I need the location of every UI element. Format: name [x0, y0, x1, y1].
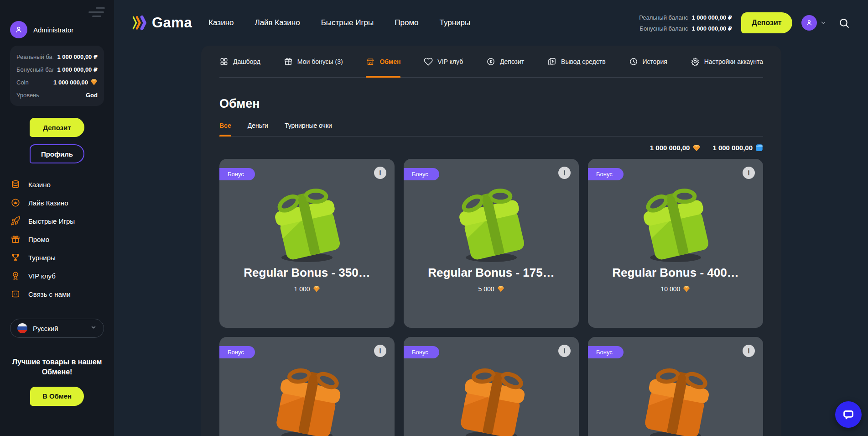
tab-label: Депозит: [500, 58, 524, 65]
language-selector[interactable]: Русский: [10, 319, 104, 338]
account-tabs: Дашборд Мои бонусы (3) Обмен VIP клуб Де…: [219, 46, 763, 78]
sidebar: Administrator Реальный ба… 1 000 000,00 …: [0, 0, 114, 436]
medal-icon: [10, 270, 21, 281]
balance-row-level: Уровень God: [16, 89, 98, 101]
sidebar-item-label: Связь с нами: [28, 290, 71, 298]
header-bonus-balance: Бонусный баланс 1 000 000,00 ₽: [639, 23, 732, 34]
bonus-card[interactable]: Бонус i: [588, 337, 763, 436]
bonus-card[interactable]: Бонус i: [588, 159, 763, 328]
tab-vip-club[interactable]: VIP клуб: [424, 46, 463, 77]
gift-icon: [10, 234, 21, 245]
sidebar-item-label: Промо: [28, 236, 49, 243]
gift-box-orange-image: [630, 356, 721, 436]
speech-bubble-icon: [842, 408, 855, 421]
balance-label: Уровень: [16, 92, 39, 99]
nav-item-tournaments[interactable]: Турниры: [440, 18, 471, 27]
bonus-card[interactable]: Бонус i: [219, 337, 395, 436]
bonus-card[interactable]: Бонус i: [404, 337, 579, 436]
gift-box-green-image: [261, 178, 353, 265]
shop-icon: [366, 57, 375, 66]
sidebar-promo-text: Лучшие товары в нашем Обмене!: [10, 357, 104, 378]
logo-chevrons-icon: [132, 15, 149, 31]
tab-deposit[interactable]: Депозит: [486, 46, 524, 77]
info-icon[interactable]: i: [743, 167, 755, 179]
balance-row-coin: Coin 1 000 000,00: [16, 76, 98, 89]
avatar: [801, 15, 817, 31]
avatar: [10, 21, 27, 38]
price-value: 1 000: [294, 285, 310, 293]
to-exchange-button[interactable]: В Обмен: [30, 387, 84, 406]
header-real-balance: Реальный баланс 1 000 000,00 ₽: [639, 12, 732, 23]
tab-exchange[interactable]: Обмен: [366, 46, 400, 77]
balance-value: 1 000 000,00 ₽: [691, 14, 732, 21]
app: Administrator Реальный ба… 1 000 000,00 …: [0, 0, 868, 436]
bonus-title: Regular Bonus - 400…: [588, 266, 763, 280]
sidebar-item-live-casino[interactable]: Лайв Казино: [10, 195, 104, 210]
filter-all[interactable]: Все: [219, 122, 231, 136]
tab-dashboard[interactable]: Дашборд: [219, 46, 260, 77]
rocket-icon: [10, 215, 21, 226]
tab-account-settings[interactable]: Настройки аккаунта: [691, 46, 763, 77]
language-label: Русский: [33, 325, 58, 332]
withdraw-icon: [547, 57, 556, 66]
sidebar-item-contact[interactable]: Связь с нами: [10, 287, 104, 301]
info-icon[interactable]: i: [558, 167, 571, 179]
header-right: Реальный баланс 1 000 000,00 ₽ Бонусный …: [639, 12, 850, 34]
bonus-badge: Бонус: [404, 168, 439, 180]
gem-orange-icon: [692, 144, 701, 152]
sidebar-item-fast-games[interactable]: Быстрые Игры: [10, 214, 104, 228]
nav-item-casino[interactable]: Казино: [208, 18, 234, 27]
balance-label: Реальный ба…: [16, 53, 53, 60]
balance-card: Реальный ба… 1 000 000,00 ₽ Бонусный бал…: [10, 46, 104, 106]
nav-item-fast-games[interactable]: Быстрые Игры: [321, 18, 374, 27]
info-icon[interactable]: i: [558, 345, 571, 357]
info-icon[interactable]: i: [743, 345, 755, 357]
trophy-icon: [10, 252, 21, 263]
balance-row-bonus: Бонусный бал… 1 000 000,00 ₽: [16, 63, 98, 76]
bonus-card-grid: Бонус i: [219, 159, 763, 436]
points-balance-value: 1 000 000,00: [712, 144, 753, 152]
tab-withdraw[interactable]: Вывод средств: [547, 46, 606, 77]
heart-icon: [424, 57, 433, 66]
filter-money[interactable]: Деньги: [248, 122, 268, 136]
chat-icon: [10, 289, 21, 299]
account-menu[interactable]: [801, 15, 826, 31]
filter-tournament-points[interactable]: Турнирные очки: [285, 122, 332, 136]
user-icon: [14, 25, 23, 34]
deposit-button[interactable]: Депозит: [30, 118, 84, 137]
bonus-badge: Бонус: [219, 168, 255, 180]
info-icon[interactable]: i: [374, 345, 386, 357]
sidebar-profile[interactable]: Administrator: [10, 21, 104, 38]
nav-item-promo[interactable]: Промо: [395, 18, 418, 27]
menu-toggle-icon[interactable]: [88, 7, 105, 17]
sidebar-item-label: Казино: [28, 181, 51, 189]
brand-name: Gama: [152, 15, 192, 31]
balance-label: Бонусный баланс: [639, 25, 688, 32]
search-icon[interactable]: [838, 17, 850, 29]
sidebar-item-casino[interactable]: Казино: [10, 177, 104, 192]
nav-item-live-casino[interactable]: Лайв Казино: [255, 18, 300, 27]
sidebar-item-promo[interactable]: Промо: [10, 232, 104, 247]
bonus-badge: Бонус: [588, 168, 624, 180]
brand-logo[interactable]: Gama: [132, 15, 192, 31]
balance-value: God: [86, 92, 98, 99]
gift-box-orange-image: [446, 356, 537, 436]
gift-box-orange-image: [261, 356, 353, 436]
sidebar-item-label: Быстрые Игры: [28, 217, 75, 225]
tab-my-bonuses[interactable]: Мои бонусы (3): [284, 46, 343, 77]
account-panel: Дашборд Мои бонусы (3) Обмен VIP клуб Де…: [201, 46, 781, 436]
profile-button[interactable]: Профиль: [30, 144, 84, 163]
bonus-price: 5 000: [404, 285, 579, 293]
sidebar-item-vip-club[interactable]: VIP клуб: [10, 268, 104, 283]
tab-history[interactable]: История: [629, 46, 667, 77]
header-deposit-button[interactable]: Депозит: [741, 12, 792, 33]
bonus-card[interactable]: Бонус i: [404, 159, 579, 328]
tab-label: Мои бонусы (3): [297, 58, 343, 65]
bonus-card[interactable]: Бонус i: [219, 159, 395, 328]
sidebar-item-tournaments[interactable]: Турниры: [10, 250, 104, 265]
chat-widget-button[interactable]: [835, 401, 862, 428]
balance-value: 1 000 000,00: [53, 79, 98, 86]
coin-balance-value: 1 000 000,00: [650, 144, 690, 152]
russia-flag-icon: [17, 323, 27, 333]
info-icon[interactable]: i: [374, 167, 386, 179]
